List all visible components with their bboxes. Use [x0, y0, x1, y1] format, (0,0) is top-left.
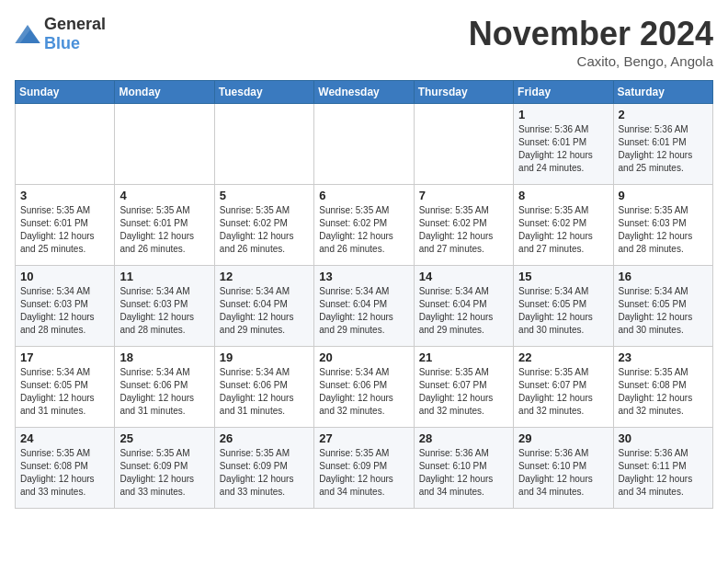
calendar-cell: 19Sunrise: 5:34 AM Sunset: 6:06 PM Dayli…	[214, 347, 313, 428]
day-info: Sunrise: 5:34 AM Sunset: 6:06 PM Dayligh…	[220, 366, 309, 418]
calendar-cell: 11Sunrise: 5:34 AM Sunset: 6:03 PM Dayli…	[115, 266, 214, 347]
day-info: Sunrise: 5:34 AM Sunset: 6:04 PM Dayligh…	[419, 285, 508, 337]
month-title: November 2024	[469, 15, 713, 53]
day-info: Sunrise: 5:34 AM Sunset: 6:04 PM Dayligh…	[319, 285, 408, 337]
col-friday: Friday	[514, 81, 613, 104]
day-number: 15	[518, 270, 608, 283]
day-info: Sunrise: 5:35 AM Sunset: 6:02 PM Dayligh…	[319, 204, 408, 256]
logo-text: General Blue	[44, 15, 106, 53]
day-info: Sunrise: 5:34 AM Sunset: 6:04 PM Dayligh…	[220, 285, 309, 337]
day-info: Sunrise: 5:35 AM Sunset: 6:07 PM Dayligh…	[518, 366, 608, 418]
day-number: 7	[419, 189, 508, 202]
col-wednesday: Wednesday	[314, 81, 414, 104]
calendar-cell: 24Sunrise: 5:35 AM Sunset: 6:08 PM Dayli…	[16, 428, 115, 509]
calendar-cell: 8Sunrise: 5:35 AM Sunset: 6:02 PM Daylig…	[514, 185, 613, 266]
week-row-5: 24Sunrise: 5:35 AM Sunset: 6:08 PM Dayli…	[16, 428, 713, 509]
calendar-cell: 2Sunrise: 5:36 AM Sunset: 6:01 PM Daylig…	[613, 104, 712, 185]
calendar-cell: 20Sunrise: 5:34 AM Sunset: 6:06 PM Dayli…	[314, 347, 414, 428]
calendar-cell: 29Sunrise: 5:36 AM Sunset: 6:10 PM Dayli…	[514, 428, 613, 509]
calendar-cell: 18Sunrise: 5:34 AM Sunset: 6:06 PM Dayli…	[115, 347, 214, 428]
day-info: Sunrise: 5:36 AM Sunset: 6:01 PM Dayligh…	[518, 123, 608, 175]
calendar-cell: 26Sunrise: 5:35 AM Sunset: 6:09 PM Dayli…	[214, 428, 313, 509]
day-info: Sunrise: 5:35 AM Sunset: 6:08 PM Dayligh…	[619, 366, 708, 418]
logo: General Blue	[15, 15, 106, 53]
calendar-cell: 3Sunrise: 5:35 AM Sunset: 6:01 PM Daylig…	[16, 185, 115, 266]
location-title: Caxito, Bengo, Angola	[469, 53, 713, 69]
week-row-2: 3Sunrise: 5:35 AM Sunset: 6:01 PM Daylig…	[16, 185, 713, 266]
day-number: 11	[119, 270, 209, 283]
day-info: Sunrise: 5:35 AM Sunset: 6:02 PM Dayligh…	[518, 204, 608, 256]
calendar-header-row: Sunday Monday Tuesday Wednesday Thursday…	[16, 81, 713, 104]
col-monday: Monday	[115, 81, 214, 104]
day-info: Sunrise: 5:34 AM Sunset: 6:05 PM Dayligh…	[619, 285, 708, 337]
day-info: Sunrise: 5:36 AM Sunset: 6:01 PM Dayligh…	[619, 123, 708, 175]
calendar-cell: 23Sunrise: 5:35 AM Sunset: 6:08 PM Dayli…	[613, 347, 712, 428]
calendar-cell	[115, 104, 214, 185]
day-info: Sunrise: 5:34 AM Sunset: 6:05 PM Dayligh…	[518, 285, 608, 337]
day-number: 1	[518, 108, 608, 121]
calendar-cell: 13Sunrise: 5:34 AM Sunset: 6:04 PM Dayli…	[314, 266, 414, 347]
logo-blue: Blue	[44, 34, 80, 52]
day-info: Sunrise: 5:35 AM Sunset: 6:02 PM Dayligh…	[419, 204, 508, 256]
calendar-cell: 17Sunrise: 5:34 AM Sunset: 6:05 PM Dayli…	[16, 347, 115, 428]
calendar-cell	[16, 104, 115, 185]
calendar-cell: 6Sunrise: 5:35 AM Sunset: 6:02 PM Daylig…	[314, 185, 414, 266]
day-info: Sunrise: 5:35 AM Sunset: 6:07 PM Dayligh…	[419, 366, 508, 418]
day-info: Sunrise: 5:36 AM Sunset: 6:10 PM Dayligh…	[518, 447, 608, 499]
calendar-cell: 16Sunrise: 5:34 AM Sunset: 6:05 PM Dayli…	[613, 266, 712, 347]
day-number: 9	[619, 189, 708, 202]
day-info: Sunrise: 5:35 AM Sunset: 6:09 PM Dayligh…	[119, 447, 209, 499]
calendar-cell: 1Sunrise: 5:36 AM Sunset: 6:01 PM Daylig…	[514, 104, 613, 185]
calendar-cell: 9Sunrise: 5:35 AM Sunset: 6:03 PM Daylig…	[613, 185, 712, 266]
day-number: 26	[220, 431, 309, 445]
day-info: Sunrise: 5:34 AM Sunset: 6:05 PM Dayligh…	[20, 366, 109, 418]
col-thursday: Thursday	[414, 81, 513, 104]
day-number: 22	[518, 350, 608, 364]
day-info: Sunrise: 5:35 AM Sunset: 6:09 PM Dayligh…	[220, 447, 309, 499]
day-info: Sunrise: 5:35 AM Sunset: 6:08 PM Dayligh…	[20, 447, 109, 499]
day-number: 30	[619, 431, 708, 445]
day-number: 20	[319, 350, 408, 364]
calendar-cell: 21Sunrise: 5:35 AM Sunset: 6:07 PM Dayli…	[414, 347, 513, 428]
day-number: 5	[220, 189, 309, 202]
calendar-cell	[414, 104, 513, 185]
day-number: 14	[419, 270, 508, 283]
week-row-4: 17Sunrise: 5:34 AM Sunset: 6:05 PM Dayli…	[16, 347, 713, 428]
day-number: 3	[20, 189, 109, 202]
col-tuesday: Tuesday	[214, 81, 313, 104]
day-number: 16	[619, 270, 708, 283]
calendar-cell	[314, 104, 414, 185]
calendar-cell: 25Sunrise: 5:35 AM Sunset: 6:09 PM Dayli…	[115, 428, 214, 509]
day-number: 13	[319, 270, 408, 283]
logo-icon	[15, 25, 40, 43]
title-block: November 2024 Caxito, Bengo, Angola	[469, 15, 713, 69]
day-number: 27	[319, 431, 408, 445]
calendar-cell: 5Sunrise: 5:35 AM Sunset: 6:02 PM Daylig…	[214, 185, 313, 266]
day-number: 19	[220, 350, 309, 364]
day-number: 17	[20, 350, 109, 364]
day-number: 10	[20, 270, 109, 283]
calendar-cell: 14Sunrise: 5:34 AM Sunset: 6:04 PM Dayli…	[414, 266, 513, 347]
calendar-cell: 15Sunrise: 5:34 AM Sunset: 6:05 PM Dayli…	[514, 266, 613, 347]
calendar-cell: 4Sunrise: 5:35 AM Sunset: 6:01 PM Daylig…	[115, 185, 214, 266]
col-saturday: Saturday	[613, 81, 712, 104]
logo-general: General	[44, 15, 106, 33]
day-number: 2	[619, 108, 708, 121]
calendar-cell	[214, 104, 313, 185]
day-info: Sunrise: 5:35 AM Sunset: 6:09 PM Dayligh…	[319, 447, 408, 499]
day-info: Sunrise: 5:35 AM Sunset: 6:01 PM Dayligh…	[20, 204, 109, 256]
day-number: 6	[319, 189, 408, 202]
day-info: Sunrise: 5:35 AM Sunset: 6:01 PM Dayligh…	[119, 204, 209, 256]
calendar-cell: 10Sunrise: 5:34 AM Sunset: 6:03 PM Dayli…	[16, 266, 115, 347]
calendar-cell: 30Sunrise: 5:36 AM Sunset: 6:11 PM Dayli…	[613, 428, 712, 509]
day-number: 28	[419, 431, 508, 445]
day-info: Sunrise: 5:36 AM Sunset: 6:10 PM Dayligh…	[419, 447, 508, 499]
day-info: Sunrise: 5:35 AM Sunset: 6:03 PM Dayligh…	[619, 204, 708, 256]
day-number: 24	[20, 431, 109, 445]
day-number: 25	[119, 431, 209, 445]
day-number: 4	[119, 189, 209, 202]
week-row-3: 10Sunrise: 5:34 AM Sunset: 6:03 PM Dayli…	[16, 266, 713, 347]
day-number: 8	[518, 189, 608, 202]
day-number: 29	[518, 431, 608, 445]
day-info: Sunrise: 5:34 AM Sunset: 6:06 PM Dayligh…	[119, 366, 209, 418]
